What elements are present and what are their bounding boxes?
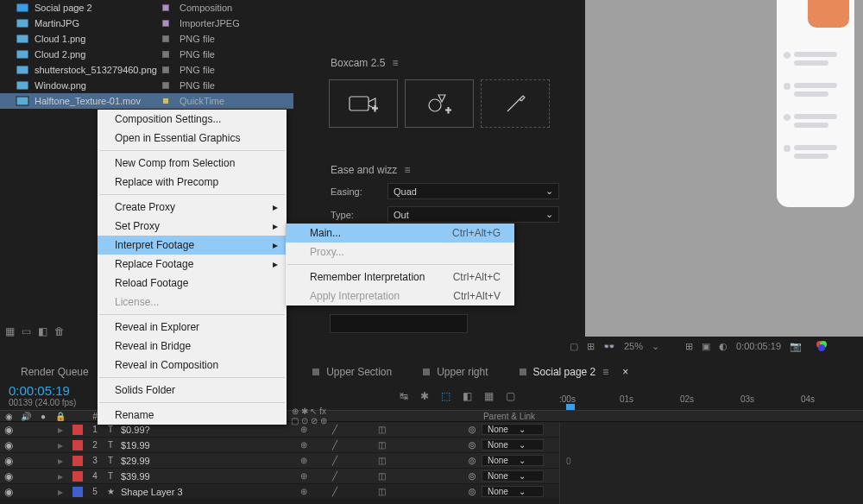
label-color[interactable] [162, 82, 169, 89]
label-color[interactable] [162, 4, 169, 11]
menu-item[interactable]: Rename [98, 406, 287, 425]
submenu-item[interactable]: Remember InterpretationCtrl+Alt+C [286, 268, 514, 287]
layer-switches[interactable]: ⊕╱◫ [297, 456, 388, 465]
comp-icon[interactable]: ◧ [38, 325, 47, 337]
hamburger-icon[interactable]: ≡ [392, 57, 398, 69]
hamburger-icon[interactable]: ≡ [602, 366, 608, 378]
layer-name[interactable]: $19.99 [117, 440, 290, 450]
layer-name[interactable]: Shape Layer 3 [117, 487, 290, 497]
layer-color[interactable] [72, 487, 83, 497]
layer-color[interactable] [72, 471, 83, 482]
visibility-toggle[interactable]: ◉ [0, 470, 17, 482]
layer-color[interactable] [72, 425, 83, 435]
menu-item[interactable]: New Comp from Selection [98, 154, 287, 173]
composition-tab[interactable]: Social page 2≡× [520, 366, 629, 378]
solo-column[interactable]: ● [35, 412, 52, 421]
menu-item[interactable]: Reveal in Explorer [98, 318, 287, 337]
visibility-toggle[interactable]: ◉ [0, 439, 17, 451]
visibility-toggle[interactable]: ◉ [0, 424, 17, 436]
menu-item[interactable]: Replace with Precomp [98, 173, 287, 192]
project-item[interactable]: Cloud 2.pngPNG file [0, 47, 293, 62]
expand-arrow[interactable]: ▸ [52, 424, 69, 436]
timeline-tracks[interactable] [559, 422, 863, 504]
visibility-toggle[interactable]: ◉ [0, 455, 17, 467]
pickwhip-icon[interactable]: ⊚ [468, 424, 476, 436]
project-item[interactable]: Cloud 1.pngPNG file [0, 31, 293, 47]
close-icon[interactable]: × [622, 366, 628, 378]
menu-item[interactable]: Set Proxy▸ [98, 217, 287, 236]
project-item[interactable]: MartinJPGImporterJPEG [0, 16, 293, 31]
settings-tool[interactable] [481, 79, 550, 128]
blend-icon[interactable]: ◧ [463, 390, 472, 402]
mask-icon[interactable]: ▣ [702, 341, 710, 352]
3d-icon[interactable]: ⬚ [441, 390, 450, 402]
hamburger-icon[interactable]: ≡ [404, 164, 410, 176]
menu-item[interactable]: Create Proxy▸ [98, 198, 287, 217]
layer-color[interactable] [72, 440, 83, 450]
label-color[interactable] [162, 35, 169, 42]
menu-item[interactable]: Replace Footage▸ [98, 255, 287, 274]
trash-icon[interactable]: 🗑 [54, 325, 65, 337]
shape-tool[interactable]: + [405, 79, 474, 128]
graph-icon[interactable]: ▢ [506, 390, 515, 402]
pickwhip-icon[interactable]: ⊚ [468, 486, 476, 498]
label-color[interactable] [162, 66, 169, 73]
layer-switches[interactable]: ⊕╱◫ [297, 440, 388, 450]
channel-icon[interactable]: ◐ [719, 341, 728, 352]
shy-icon[interactable]: ↹ [400, 390, 408, 402]
folder-icon[interactable]: ▭ [22, 325, 31, 337]
grid-icon[interactable]: ⊞ [685, 341, 693, 352]
menu-item[interactable]: Interpret Footage▸ [98, 236, 287, 255]
color-icon[interactable] [816, 340, 828, 352]
expand-arrow[interactable]: ▸ [52, 439, 69, 451]
camera-tool[interactable]: + [329, 79, 398, 128]
layer-icon[interactable]: ✱ [420, 390, 429, 402]
layer-name[interactable]: $0.99? [117, 425, 290, 435]
display-icon[interactable]: ▢ [570, 341, 578, 352]
menu-item[interactable]: Reveal in Bridge [98, 337, 287, 356]
layer-color[interactable] [72, 456, 83, 466]
composition-tab[interactable]: Upper right [423, 366, 488, 378]
layer-switches[interactable]: ⊕╱◫ [297, 425, 388, 434]
bpc-icon[interactable]: ▦ [5, 325, 15, 337]
pickwhip-icon[interactable]: ⊚ [468, 439, 476, 451]
visibility-toggle[interactable]: ◉ [0, 486, 17, 498]
speaker-column[interactable]: 🔊 [17, 412, 35, 421]
menu-item[interactable]: Solids Folder [98, 381, 287, 400]
composition-tab[interactable]: Upper Section [312, 366, 392, 378]
expand-arrow[interactable]: ▸ [52, 470, 69, 482]
parent-select[interactable]: None⌄ [482, 455, 544, 466]
pickwhip-icon[interactable]: ⊚ [468, 455, 476, 467]
pickwhip-icon[interactable]: ⊚ [468, 470, 476, 482]
time-display[interactable]: 0:00:05:19 [736, 341, 781, 351]
menu-item[interactable]: Reload Footage [98, 274, 287, 293]
label-color[interactable] [162, 51, 169, 58]
motion-icon[interactable]: ▦ [484, 390, 494, 402]
vr-icon[interactable]: 👓 [603, 341, 615, 352]
type-select[interactable]: Out ⌄ [387, 206, 559, 223]
parent-select[interactable]: None⌄ [482, 424, 544, 435]
menu-item[interactable]: Reveal in Composition [98, 356, 287, 375]
parent-select[interactable]: None⌄ [482, 439, 544, 450]
project-item[interactable]: shutterstock_513279460.pngPNG file [0, 62, 293, 78]
project-item[interactable]: Window.pngPNG file [0, 78, 293, 93]
lock-column[interactable]: 🔒 [52, 412, 69, 421]
layer-name[interactable]: $39.99 [117, 471, 290, 482]
label-color[interactable] [162, 98, 169, 104]
layer-switches[interactable]: ⊕╱◫ [297, 487, 388, 496]
playhead-time[interactable]: 0:00:05:19 00139 (24.00 fps) [0, 381, 98, 410]
layer-switches[interactable]: ⊕╱◫ [297, 471, 388, 481]
composition-tab[interactable]: Render Queue [21, 366, 89, 378]
parent-select[interactable]: None⌄ [482, 470, 544, 482]
snapshot-icon[interactable]: 📷 [790, 341, 802, 352]
preset-select[interactable] [330, 314, 468, 333]
expand-arrow[interactable]: ▸ [52, 455, 69, 467]
composition-preview[interactable] [585, 0, 863, 337]
expand-arrow[interactable]: ▸ [52, 486, 69, 498]
label-color[interactable] [162, 20, 169, 27]
project-item[interactable]: Halftone_Texture-01.movQuickTime [0, 93, 293, 109]
easing-select[interactable]: Quad ⌄ [387, 183, 559, 199]
submenu-item[interactable]: Main...Ctrl+Alt+G [286, 224, 514, 243]
time-ruler[interactable]: :00s01s02s03s04s [559, 388, 863, 410]
menu-item[interactable]: Open in Essential Graphics [98, 129, 287, 148]
